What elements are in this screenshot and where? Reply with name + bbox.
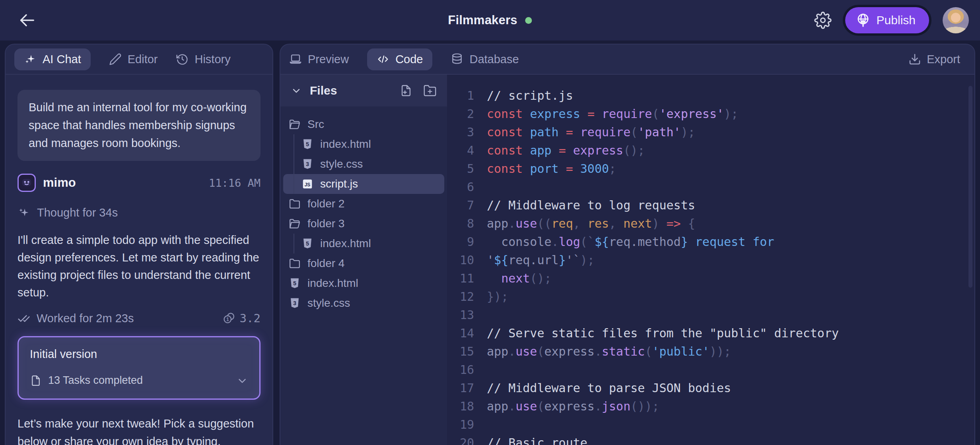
sparkles-icon [18, 207, 30, 219]
file-plus-icon [399, 84, 413, 97]
file-row-index.html[interactable]: 5index.html [283, 273, 444, 293]
folder-row-Src[interactable]: Src [283, 114, 444, 134]
history-icon [176, 53, 189, 66]
chat-scroll-area[interactable]: Build me an internal tool for my co-work… [6, 90, 272, 445]
tab-code[interactable]: Code [367, 48, 432, 70]
file-row-script.js[interactable]: JSscript.js [283, 174, 444, 194]
code-line: 8app.use((req, res, next) => { [447, 215, 974, 233]
tab-label: AI Chat [43, 53, 81, 66]
svg-text:5: 5 [293, 280, 296, 286]
file-row-index.html[interactable]: 5index.html [283, 234, 444, 253]
line-number: 8 [447, 215, 474, 233]
arrow-left-icon [18, 11, 36, 29]
line-number: 5 [447, 160, 474, 178]
mimo-avatar [18, 174, 36, 192]
svg-text:JS: JS [305, 182, 311, 188]
file-tree: Src5index.html3style.cssJSscript.jsfolde… [280, 106, 447, 445]
tab-ai-chat[interactable]: AI Chat [14, 48, 91, 70]
line-number: 9 [447, 233, 474, 251]
line-number: 1 [447, 87, 474, 105]
file-name: script.js [320, 178, 358, 190]
code-line: 2const express = require('express'); [447, 105, 974, 123]
folder-open-icon [289, 218, 301, 230]
line-number: 12 [447, 288, 474, 306]
code-line: 7// Middleware to log requests [447, 196, 974, 215]
line-number: 7 [447, 196, 474, 215]
assistant-name: mimo [43, 176, 76, 190]
expand-tasks-button[interactable] [236, 375, 248, 387]
topbar: Filmmakers Publish [0, 0, 980, 41]
file-row-style.css[interactable]: 3style.css [283, 293, 444, 313]
worked-label: Worked for 2m 23s [37, 312, 134, 325]
code-line: 5const port = 3000; [447, 160, 974, 178]
html-icon: 5 [301, 238, 313, 250]
code-line: 12}); [447, 288, 974, 306]
line-number: 17 [447, 379, 474, 397]
folder-plus-icon [423, 84, 437, 97]
user-avatar[interactable] [943, 7, 969, 33]
code-line: 6 [447, 178, 974, 196]
chat-panel-tabs: AI ChatEditorHistory [6, 44, 272, 75]
back-button[interactable] [18, 11, 36, 29]
code-line: 11 next(); [447, 269, 974, 288]
code-line: 4const app = express(); [447, 141, 974, 160]
line-number: 4 [447, 141, 474, 160]
file-name: Src [307, 118, 324, 131]
page-title: Filmmakers [448, 13, 517, 27]
file-name: style.css [320, 158, 363, 170]
file-row-index.html[interactable]: 5index.html [283, 134, 444, 154]
line-number: 6 [447, 178, 474, 196]
publish-globe-icon [856, 13, 871, 28]
publish-button[interactable]: Publish [845, 7, 929, 33]
file-name: style.css [307, 297, 350, 310]
tab-preview[interactable]: Preview [289, 53, 349, 66]
line-number: 14 [447, 324, 474, 342]
line-number: 2 [447, 105, 474, 123]
laptop-icon [289, 53, 302, 66]
tasks-completed-label: 13 Tasks completed [48, 374, 143, 387]
thought-summary[interactable]: Thought for 34s [18, 206, 261, 219]
export-button[interactable]: Export [908, 53, 966, 66]
worked-summary: Worked for 2m 23s 1 3.2 [18, 312, 261, 325]
folder-icon [289, 198, 301, 210]
tab-editor[interactable]: Editor [109, 53, 158, 66]
version-title: Initial version [30, 348, 248, 361]
file-explorer: Files Src5index.html3style.cssJSscript.j… [280, 75, 447, 445]
tab-label: Database [469, 53, 519, 66]
credits-counter: 1 3.2 [222, 312, 261, 325]
svg-text:3: 3 [306, 161, 309, 167]
editor-scrollbar[interactable] [968, 86, 972, 288]
file-name: folder 4 [307, 257, 344, 270]
file-name: index.html [307, 277, 358, 290]
chevron-down-icon [236, 375, 248, 387]
files-collapse-button[interactable] [291, 85, 302, 96]
credits-value: 3.2 [240, 312, 261, 325]
code-line: 10'${req.url}'`); [447, 251, 974, 269]
folder-row-folder-2[interactable]: folder 2 [283, 194, 444, 214]
code-line: 13 [447, 306, 974, 324]
robot-face-icon [20, 176, 33, 190]
code-icon [377, 53, 389, 66]
code-line: 1// script.js [447, 87, 974, 105]
folder-row-folder-4[interactable]: folder 4 [283, 253, 444, 273]
tab-history[interactable]: History [176, 53, 230, 66]
settings-button[interactable] [814, 12, 832, 29]
html-icon: 5 [301, 138, 313, 150]
folder-row-folder-3[interactable]: folder 3 [283, 214, 444, 234]
suggestion-prompt: Let’s make your next tweak! Pick a sugge… [18, 415, 261, 445]
assistant-header: mimo 11:16 AM [18, 174, 261, 192]
file-name: index.html [320, 237, 371, 250]
files-label: Files [310, 84, 337, 97]
workspace-panel: PreviewCodeDatabase Export Files [280, 44, 975, 445]
new-folder-button[interactable] [423, 84, 437, 97]
new-file-button[interactable] [399, 84, 413, 97]
line-number: 3 [447, 123, 474, 141]
tab-label: Preview [308, 53, 349, 66]
svg-text:3: 3 [293, 300, 296, 306]
file-row-style.css[interactable]: 3style.css [283, 154, 444, 174]
code-editor[interactable]: 1// script.js2const express = require('e… [447, 75, 974, 445]
version-card[interactable]: Initial version 13 Tasks completed [18, 336, 261, 400]
file-name: index.html [320, 138, 371, 151]
tab-label: Code [395, 53, 423, 66]
tab-database[interactable]: Database [451, 53, 519, 66]
